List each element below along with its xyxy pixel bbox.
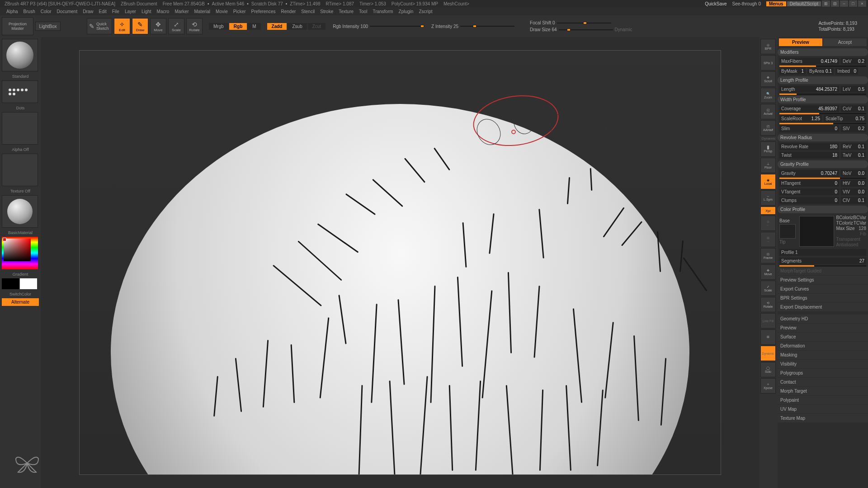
profile-1[interactable]: Profile 1	[779, 249, 866, 256]
menu-transform[interactable]: Transform	[373, 9, 393, 14]
actual-button[interactable]: ◱Actual	[760, 104, 776, 119]
switch-color[interactable]: SwitchColor	[2, 292, 39, 296]
menu-edit[interactable]: Edit	[99, 9, 107, 14]
section-preview[interactable]: Preview	[778, 324, 868, 332]
maximize-icon[interactable]: □	[849, 0, 857, 7]
profile-gradient[interactable]	[799, 216, 834, 247]
config-icon[interactable]: ⊞	[822, 0, 830, 7]
alternate-button[interactable]: Alternate	[2, 298, 39, 306]
texture-thumb[interactable]	[2, 154, 38, 186]
line-fill-button[interactable]: Line Fill	[760, 313, 776, 328]
lf-button[interactable]: ⊙←	[760, 216, 776, 231]
color-picker[interactable]	[2, 237, 38, 269]
z-intensity-slider[interactable]	[460, 26, 514, 27]
section-visibility[interactable]: Visibility	[778, 360, 868, 368]
focal-shift-slider[interactable]	[557, 23, 611, 23]
menu-marker[interactable]: Marker	[175, 9, 189, 14]
aahalf-button[interactable]: ◰AAHalf	[760, 120, 776, 136]
menu-layer[interactable]: Layer	[125, 9, 136, 14]
secondary-color[interactable]	[20, 278, 37, 289]
preview-tab[interactable]: Preview	[779, 38, 822, 46]
frame-button[interactable]: ⊡Frame	[760, 248, 776, 263]
pf-button[interactable]: ⊞→	[760, 232, 776, 247]
config2-icon[interactable]: ⊟	[831, 0, 839, 7]
menu-brush[interactable]: Brush	[24, 9, 35, 14]
menu-picker[interactable]: Picker	[233, 9, 246, 14]
section-masking[interactable]: Masking	[778, 351, 868, 359]
rotate-button[interactable]: ⟲Rotate	[186, 18, 203, 34]
preview-settings[interactable]: Preview Settings	[778, 276, 868, 284]
export-curves[interactable]: Export Curves	[778, 285, 868, 293]
section-surface[interactable]: Surface	[778, 333, 868, 341]
scale-button[interactable]: ⤢Scale	[168, 18, 184, 34]
move-button[interactable]: ✥Move	[150, 18, 166, 34]
section-contact[interactable]: Contact	[778, 378, 868, 386]
menu-texture[interactable]: Texture	[339, 9, 354, 14]
close-icon[interactable]: ×	[858, 0, 866, 7]
dynamic2-button[interactable]: Dynamic	[760, 346, 776, 361]
menu-macro[interactable]: Macro	[157, 9, 170, 14]
menu-tool[interactable]: Tool	[359, 9, 367, 14]
scale-nav-button[interactable]: ⤢Scale	[760, 281, 776, 296]
edit-button[interactable]: ✧Edit	[114, 18, 130, 34]
zadd-button[interactable]: Zadd	[267, 23, 287, 30]
rgb-button[interactable]: Rgb	[229, 23, 247, 30]
default-script[interactable]: DefaultZScript	[787, 1, 821, 6]
viewport[interactable]	[79, 50, 721, 475]
menu-preferences[interactable]: Preferences	[251, 9, 276, 14]
section-deformation[interactable]: Deformation	[778, 342, 868, 350]
lightbox-button[interactable]: LightBox	[35, 22, 61, 31]
move-nav-button[interactable]: ✥Move	[760, 264, 776, 280]
accept-button[interactable]: Accept	[823, 38, 867, 46]
menu-stencil[interactable]: Stencil	[301, 9, 315, 14]
bpr-button[interactable]: ◎BPR	[760, 39, 776, 54]
rotate-nav-button[interactable]: ⟲Rotate	[760, 297, 776, 312]
revolve-header[interactable]: Revolve Radius	[778, 134, 868, 141]
projection-master-button[interactable]: Projection Master	[2, 17, 33, 35]
menu-alpha[interactable]: Alpha	[6, 9, 18, 14]
length-profile-header[interactable]: Length Profile	[778, 76, 868, 84]
menu-file[interactable]: File	[112, 9, 119, 14]
zoom-button[interactable]: 🔍Zoom	[760, 88, 776, 103]
section-polypaint[interactable]: Polypaint	[778, 396, 868, 404]
mrgb-button[interactable]: Mrgb	[209, 23, 228, 30]
menu-light[interactable]: Light	[142, 9, 151, 14]
quicksketch-button[interactable]: ✎Quick Sketch	[87, 18, 112, 34]
xyz-button[interactable]: Xyz	[760, 206, 776, 215]
menu-material[interactable]: Material	[194, 9, 211, 14]
menu-color[interactable]: Color	[41, 9, 52, 14]
stroke-thumb[interactable]	[2, 80, 38, 103]
zcut-button[interactable]: Zcut	[308, 23, 326, 30]
base-color-swatch[interactable]	[779, 224, 796, 239]
spix-button[interactable]: SPix 3	[760, 55, 776, 70]
xpose-button[interactable]: ✧Xpose	[760, 378, 776, 394]
menus-button[interactable]: Menus	[766, 1, 786, 6]
morph-target-guided[interactable]: MorphTarget Guided	[778, 267, 868, 275]
menu-stroke[interactable]: Stroke	[320, 9, 333, 14]
section-polygroups[interactable]: Polygroups	[778, 369, 868, 377]
solo-button[interactable]: ◯Solo	[760, 362, 776, 377]
gravity-header[interactable]: Gravity Profile	[778, 160, 868, 168]
brush-thumb[interactable]	[2, 39, 38, 71]
bpr-settings[interactable]: BPR Settings	[778, 294, 868, 302]
zsub-button[interactable]: Zsub	[288, 23, 307, 30]
local-button[interactable]: ◉Local	[760, 174, 776, 189]
section-morph-target[interactable]: Morph Target	[778, 387, 868, 395]
menu-render[interactable]: Render	[281, 9, 296, 14]
menu-document[interactable]: Document	[57, 9, 78, 14]
export-displacement[interactable]: Export Displacement	[778, 303, 868, 311]
material-thumb[interactable]	[2, 195, 38, 228]
floor-button[interactable]: ⊥Floor	[760, 158, 776, 173]
minimize-icon[interactable]: –	[840, 0, 848, 7]
m-button[interactable]: M	[248, 23, 260, 30]
color-profile-header[interactable]: Color Profile	[778, 206, 868, 213]
section-geometry-hd[interactable]: Geometry HD	[778, 314, 868, 323]
main-color[interactable]	[2, 278, 19, 289]
draw-button[interactable]: ✎Draw	[132, 18, 148, 34]
width-profile-header[interactable]: Width Profile	[778, 96, 868, 103]
menu-draw[interactable]: Draw	[83, 9, 93, 14]
see-through[interactable]: See-through 0	[732, 1, 761, 6]
persp-button[interactable]: ▊Persp	[760, 141, 776, 157]
alpha-thumb[interactable]	[2, 112, 38, 145]
menu-zplugin[interactable]: Zplugin	[399, 9, 414, 14]
